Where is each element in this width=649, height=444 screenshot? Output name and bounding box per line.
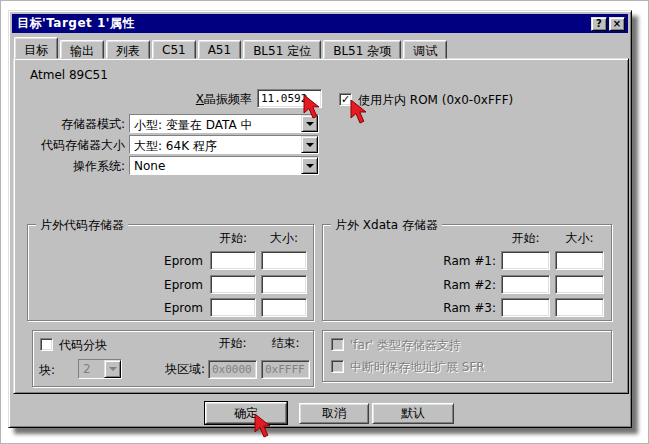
code-rom-size-dropdown-button[interactable] xyxy=(301,136,318,153)
tab-a51[interactable]: A51 xyxy=(198,40,241,59)
far-memory-label: 'far' 类型存储器支持 xyxy=(350,338,461,352)
memory-model-select[interactable]: 小型: 变量在 DATA 中 xyxy=(129,114,319,133)
chevron-down-icon xyxy=(306,164,314,172)
memory-model-label: 存储器模式: xyxy=(14,117,125,131)
ram2-size-input[interactable] xyxy=(555,275,604,294)
tab-debug[interactable]: 调试 xyxy=(403,40,447,59)
ram1-start-input[interactable] xyxy=(501,251,550,270)
ram-row-label: Ram #2: xyxy=(408,278,496,292)
size-header: 大小: xyxy=(261,231,307,245)
ok-button-ring: 确定 xyxy=(204,401,288,425)
offchip-code-memory-group: 片外代码存储器 开始: 大小: Eprom Eprom Eprom xyxy=(27,224,314,321)
xtal-frequency-input[interactable] xyxy=(257,89,322,108)
tab-bl51-misc[interactable]: BL51 杂项 xyxy=(323,40,401,59)
eprom-row-label: Eprom xyxy=(128,301,203,315)
xtal-label: X晶振频率 xyxy=(74,92,252,106)
eprom-size-input-3[interactable] xyxy=(261,298,307,317)
bank-area-end-input xyxy=(261,360,310,379)
bank-area-start-input xyxy=(208,360,257,379)
tab-bl51-locate[interactable]: BL51 定位 xyxy=(243,40,321,59)
code-banking-checkbox[interactable] xyxy=(40,338,53,351)
far-memory-checkbox xyxy=(331,338,344,351)
memory-model-dropdown-button[interactable] xyxy=(301,115,318,132)
help-button[interactable]: ? xyxy=(591,17,607,31)
eprom-size-input-2[interactable] xyxy=(261,275,307,294)
save-sfr-checkbox xyxy=(331,360,344,373)
ok-button[interactable]: 确定 xyxy=(205,402,287,424)
ram-row-label: Ram #1: xyxy=(408,254,496,268)
memory-model-value: 小型: 变量在 DATA 中 xyxy=(130,115,301,132)
tab-strip: 目标 输出 列表 C51 A51 BL51 定位 BL51 杂项 调试 xyxy=(14,37,449,59)
bank-count-value: 2 xyxy=(79,360,104,378)
bank-area-label: 块区域: xyxy=(133,362,205,376)
operating-system-value: None xyxy=(130,157,301,174)
tab-output[interactable]: 输出 xyxy=(60,40,104,59)
offchip-code-memory-title: 片外代码存储器 xyxy=(36,217,128,234)
bank-count-dropdown-button xyxy=(104,360,121,378)
start-header: 开始: xyxy=(501,231,550,245)
offchip-xdata-memory-group: 片外 Xdata 存储器 开始: 大小: Ram #1: Ram #2: Ram… xyxy=(322,224,612,321)
options-dialog: 目标'Target 1'属性 ? × 目标 输出 列表 C51 A51 BL51… xyxy=(8,10,632,428)
eprom-start-input-2[interactable] xyxy=(210,275,256,294)
ram2-start-input[interactable] xyxy=(501,275,550,294)
code-rom-size-select[interactable]: 大型: 64K 程序 xyxy=(129,135,319,154)
tab-listing[interactable]: 列表 xyxy=(106,40,150,59)
size-header: 大小: xyxy=(555,231,604,245)
operating-system-select[interactable]: None xyxy=(129,156,319,175)
code-rom-size-value: 大型: 64K 程序 xyxy=(130,136,301,153)
memory-options-group: 'far' 类型存储器支持 中断时保存地址扩展 SFR xyxy=(322,330,612,382)
bank-label: 块: xyxy=(39,363,55,377)
titlebar[interactable]: 目标'Target 1'属性 ? × xyxy=(12,14,628,33)
eprom-row-label: Eprom xyxy=(128,278,203,292)
close-button[interactable]: × xyxy=(609,17,625,31)
device-label: Atmel 89C51 xyxy=(30,68,108,82)
dialog-title: 目标'Target 1'属性 xyxy=(17,15,589,32)
ram1-size-input[interactable] xyxy=(555,251,604,270)
eprom-start-input-3[interactable] xyxy=(210,298,256,317)
bank-count-select: 2 xyxy=(78,359,122,379)
use-onchip-rom-label: 使用片内 ROM (0x0-0xFFF) xyxy=(358,93,513,107)
start-header: 开始: xyxy=(210,231,256,245)
chevron-down-icon xyxy=(306,143,314,151)
ram-row-label: Ram #3: xyxy=(408,301,496,315)
help-icon: ? xyxy=(596,18,602,29)
save-sfr-label: 中断时保存地址扩展 SFR xyxy=(350,360,485,374)
ram3-size-input[interactable] xyxy=(555,298,604,317)
chevron-down-icon xyxy=(109,367,117,375)
end-header: 结束: xyxy=(261,336,310,350)
code-banking-group: 代码分块 开始: 结束: 块: 2 块区域: xyxy=(32,330,314,387)
operating-system-label: 操作系统: xyxy=(14,159,125,173)
code-banking-label: 代码分块 xyxy=(59,338,107,352)
default-button[interactable]: 默认 xyxy=(372,403,454,424)
tab-c51[interactable]: C51 xyxy=(152,40,196,59)
close-icon: × xyxy=(613,18,621,29)
eprom-start-input-1[interactable] xyxy=(210,251,256,270)
offchip-xdata-memory-title: 片外 Xdata 存储器 xyxy=(331,217,442,234)
use-onchip-rom-checkbox[interactable]: ✓ xyxy=(339,93,352,106)
operating-system-dropdown-button[interactable] xyxy=(301,157,318,174)
chevron-down-icon xyxy=(306,122,314,130)
cancel-button[interactable]: 取消 xyxy=(299,403,369,424)
target-tab-panel: Atmel 89C51 X晶振频率 ✓ 使用片内 ROM (0x0-0xFFF)… xyxy=(13,58,629,394)
ram3-start-input[interactable] xyxy=(501,298,550,317)
tab-target[interactable]: 目标 xyxy=(14,37,58,59)
code-rom-size-label: 代码存储器大小 xyxy=(14,138,125,152)
start-header: 开始: xyxy=(208,336,257,350)
eprom-size-input-1[interactable] xyxy=(261,251,307,270)
check-icon: ✓ xyxy=(341,94,350,105)
eprom-row-label: Eprom xyxy=(128,254,203,268)
